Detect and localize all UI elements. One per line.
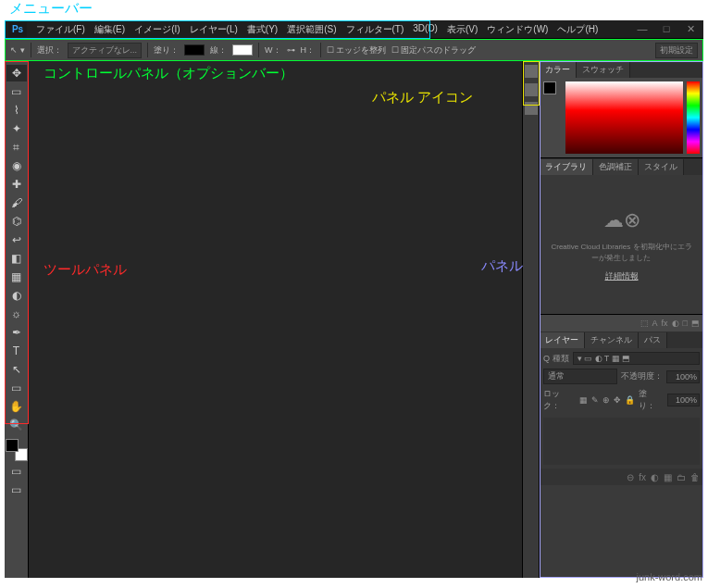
layer-toolbar: ⬚ A fx ◐ □ ⬒ xyxy=(540,315,703,332)
foot-adj-icon[interactable]: ▦ xyxy=(664,472,672,482)
tool-crop[interactable]: ⌗ xyxy=(6,139,27,156)
library-details-link[interactable]: 詳細情報 xyxy=(605,270,639,282)
link-icon[interactable]: ⊶ xyxy=(287,45,295,55)
layers-footer: ⊖ fx ◐ ▦ 🗀 🗑 xyxy=(540,469,703,485)
watermark: junk-word.com xyxy=(636,571,702,582)
tool-text[interactable]: T xyxy=(6,343,27,359)
menu-filter[interactable]: フィルター(T) xyxy=(342,21,408,38)
tab-swatches[interactable]: スウォッチ xyxy=(577,62,630,78)
foot-trash-icon[interactable]: 🗑 xyxy=(690,472,700,482)
application-frame: Ps ファイル(F) 編集(E) イメージ(I) レイヤー(L) 書式(Y) 選… xyxy=(5,20,703,578)
tab-libraries[interactable]: ライブラリ xyxy=(540,159,593,175)
kind-filter[interactable]: ▾ ▭ ◐ T ▦ ⬒ xyxy=(573,352,700,365)
blend-mode[interactable]: 通常 xyxy=(543,369,617,384)
foot-mask-icon[interactable]: ◐ xyxy=(651,472,659,482)
lock-icon[interactable]: 🔒 xyxy=(625,395,635,405)
panel-icon-histogram[interactable] xyxy=(525,102,538,115)
fill-swatch[interactable] xyxy=(184,44,205,56)
tab-adjustments[interactable]: 色調補正 xyxy=(593,159,639,175)
tool-zoom[interactable]: 🔍 xyxy=(6,417,27,433)
tool-eraser[interactable]: ◧ xyxy=(6,250,27,267)
close-button[interactable]: ✕ xyxy=(681,23,700,35)
fill-label: 塗り： xyxy=(154,44,179,56)
menu-help[interactable]: ヘルプ(H) xyxy=(553,21,602,38)
workspace-preset[interactable]: 初期設定 xyxy=(655,43,698,58)
menu-type[interactable]: 書式(Y) xyxy=(243,21,281,38)
menu-file[interactable]: ファイル(F) xyxy=(32,21,89,38)
tool-preset-icon[interactable]: ↖ ▾ xyxy=(10,45,25,55)
option-bar: ↖ ▾ 選択： アクティブなレ... 塗り： 線： W： ⊶ H： ☐ エッジを… xyxy=(5,39,703,61)
layers-panel: レイヤー チャンネル パス Q 種類 ▾ ▭ ◐ T ▦ ⬒ 通常 不透明度： … xyxy=(540,332,703,578)
tab-layers[interactable]: レイヤー xyxy=(540,332,585,348)
fill-input[interactable]: 100% xyxy=(667,394,700,407)
menu-window[interactable]: ウィンドウ(W) xyxy=(483,21,552,38)
tool-gradient[interactable]: ▦ xyxy=(6,269,27,285)
tool-path[interactable]: ↖ xyxy=(6,361,27,378)
menu-layer[interactable]: レイヤー(L) xyxy=(186,21,242,38)
menu-select[interactable]: 選択範囲(S) xyxy=(283,21,340,38)
edge-align-check[interactable]: ☐ エッジを整列 xyxy=(327,44,386,56)
opacity-input[interactable]: 100% xyxy=(666,370,700,383)
right-panel-dock: カラー スウォッチ ライブラリ 色調補正 スタイル ☁⊗ xyxy=(539,61,703,578)
window-controls: — □ ✕ xyxy=(633,23,700,35)
lt-icon[interactable]: fx xyxy=(662,319,668,328)
menu-view[interactable]: 表示(V) xyxy=(443,21,481,38)
tool-shape[interactable]: ▭ xyxy=(6,380,27,396)
minimize-button[interactable]: — xyxy=(633,23,652,35)
menu-image[interactable]: イメージ(I) xyxy=(130,21,183,38)
lt-icon[interactable]: ◐ xyxy=(672,319,679,328)
fg-bg-colors[interactable] xyxy=(6,439,28,461)
tab-paths[interactable]: パス xyxy=(639,332,667,348)
tool-blur[interactable]: ◐ xyxy=(6,287,27,304)
library-error-text: Creative Cloud Libraries を初期化中にエラ ーが発生しま… xyxy=(551,242,691,262)
foot-folder-icon[interactable]: 🗀 xyxy=(677,472,686,482)
foreground-chip[interactable] xyxy=(543,81,562,100)
lt-icon[interactable]: □ xyxy=(683,319,688,328)
menu-edit[interactable]: 編集(E) xyxy=(91,21,129,38)
maximize-button[interactable]: □ xyxy=(657,23,676,35)
annotation-menu-bar: メニューバー xyxy=(9,0,93,18)
fixed-path-check[interactable]: ☐ 固定パスのドラッグ xyxy=(391,44,476,56)
foot-fx-icon[interactable]: fx xyxy=(639,472,646,482)
tool-marquee[interactable]: ▭ xyxy=(6,83,27,100)
lock-icon[interactable]: ▦ xyxy=(579,395,588,405)
hue-strip[interactable] xyxy=(687,81,700,154)
panel-icon-adjustments[interactable] xyxy=(525,65,538,78)
tool-brush[interactable]: 🖌 xyxy=(6,194,27,211)
layer-list[interactable] xyxy=(543,418,700,465)
tool-quickmask[interactable]: ▭ xyxy=(6,463,27,480)
color-panel: カラー スウォッチ xyxy=(540,61,703,158)
tool-move[interactable]: ✥ xyxy=(6,65,27,81)
main-menu: ファイル(F) 編集(E) イメージ(I) レイヤー(L) 書式(Y) 選択範囲… xyxy=(32,21,602,38)
lt-icon[interactable]: ⬚ xyxy=(640,319,649,328)
foot-link-icon[interactable]: ⊖ xyxy=(627,472,634,482)
menu-3d[interactable]: 3D(D) xyxy=(409,21,441,38)
kind-label: Q 種類 xyxy=(543,353,569,365)
panel-icon-properties[interactable] xyxy=(525,83,538,96)
lt-icon[interactable]: A xyxy=(652,319,658,328)
lt-icon[interactable]: ⬒ xyxy=(691,319,700,328)
color-ramp[interactable] xyxy=(565,81,683,154)
tab-color[interactable]: カラー xyxy=(540,62,577,78)
select-label: 選択： xyxy=(37,44,62,56)
select-dropdown[interactable]: アクティブなレ... xyxy=(68,43,143,58)
libraries-panel: ライブラリ 色調補正 スタイル ☁⊗ Creative Cloud Librar… xyxy=(540,158,703,315)
tool-screenmode[interactable]: ▭ xyxy=(6,482,27,498)
canvas-area[interactable] xyxy=(29,61,522,578)
tool-hand[interactable]: ✋ xyxy=(6,398,27,415)
tab-channels[interactable]: チャンネル xyxy=(585,332,639,348)
lock-icon[interactable]: ✎ xyxy=(591,395,599,405)
tab-styles[interactable]: スタイル xyxy=(639,159,684,175)
tool-lasso[interactable]: ⌇ xyxy=(6,102,27,119)
tool-stamp[interactable]: ⌬ xyxy=(6,213,27,230)
tool-pen[interactable]: ✒ xyxy=(6,324,27,341)
tool-history[interactable]: ↩ xyxy=(6,231,27,248)
lock-icon[interactable]: ✥ xyxy=(614,395,621,405)
tool-panel: ✥▭⌇✦⌗◉✚🖌⌬↩◧▦◐☼✒T↖▭✋🔍▭▭ xyxy=(5,61,29,578)
stroke-swatch[interactable] xyxy=(232,44,253,56)
tool-heal[interactable]: ✚ xyxy=(6,176,27,193)
tool-eyedropper[interactable]: ◉ xyxy=(6,157,27,174)
lock-icon[interactable]: ⊕ xyxy=(602,395,610,405)
tool-wand[interactable]: ✦ xyxy=(6,120,27,137)
tool-dodge[interactable]: ☼ xyxy=(6,306,27,322)
